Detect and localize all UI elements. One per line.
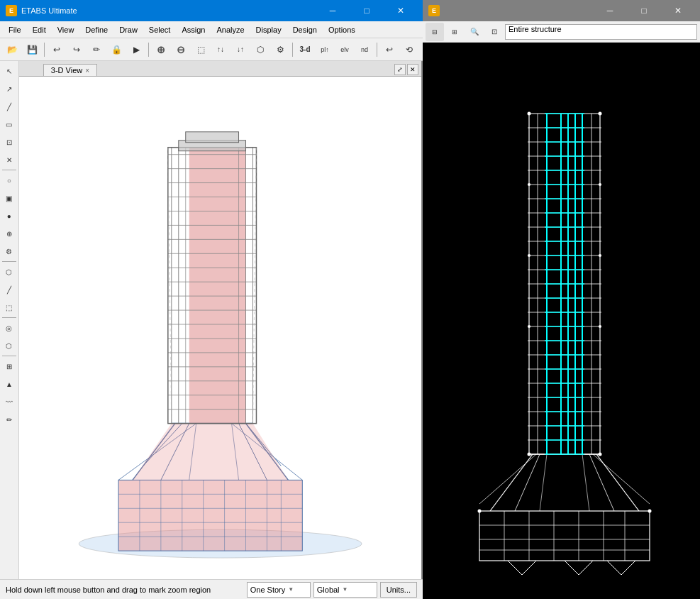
new-button[interactable]: 📂: [3, 40, 21, 59]
svg-point-146: [528, 112, 531, 116]
plus-tool[interactable]: ⊕: [1, 225, 18, 242]
refresh-button[interactable]: ↩: [380, 40, 399, 59]
svg-point-154: [528, 183, 530, 186]
structure-dark-svg: [423, 43, 700, 599]
view-close-icon[interactable]: ✕: [407, 64, 418, 75]
coord-label: Global: [317, 586, 340, 594]
canvas-3d[interactable]: [19, 77, 421, 579]
app-title: ETABS Ultimate: [21, 6, 77, 15]
es-btn2[interactable]: ⊞: [445, 23, 464, 41]
svg-point-144: [528, 453, 531, 456]
second-maximize-button[interactable]: □: [628, 0, 660, 21]
svg-point-152: [528, 254, 530, 257]
redo-button[interactable]: ↪: [67, 40, 86, 59]
svg-point-150: [528, 325, 530, 328]
status-message: Hold down left mouse button and drag to …: [6, 586, 244, 594]
menu-design[interactable]: Design: [287, 21, 323, 38]
menu-assign[interactable]: Assign: [176, 21, 211, 38]
entire-structure-input[interactable]: Entire structure: [505, 24, 697, 40]
view-3d-tab-label: 3-D View: [51, 66, 82, 75]
story-dropdown[interactable]: One Story ▼: [247, 582, 311, 598]
main-toolbar: 📂 💾 ↩ ↪ ✏ 🔒 ▶ ⊕ ⊖ ⬚ ↑↓ ↓↑ ⬡ ⚙ 3-d pl↑ el…: [0, 38, 423, 61]
menu-bar: File Edit View Define Draw Select Assign…: [0, 21, 423, 38]
title-bar: E ETABS Ultimate ─ □ ✕: [0, 0, 423, 21]
lock-button[interactable]: 🔒: [107, 40, 126, 59]
menu-file[interactable]: File: [3, 21, 27, 38]
settings-button[interactable]: ⚙: [271, 40, 289, 59]
close-button[interactable]: ✕: [384, 0, 417, 21]
triangle-tool[interactable]: ▲: [1, 375, 18, 392]
area-tool[interactable]: ⊡: [1, 133, 18, 150]
view-3d-close[interactable]: ×: [85, 67, 89, 75]
wave-tool[interactable]: 〰: [1, 393, 18, 410]
rect-tool[interactable]: ▭: [1, 116, 18, 133]
svg-point-151: [599, 325, 601, 328]
status-bar: Hold down left mouse button and drag to …: [0, 579, 423, 599]
svg-rect-56: [186, 132, 239, 143]
menu-draw[interactable]: Draw: [113, 21, 143, 38]
menu-options[interactable]: Options: [323, 21, 361, 38]
view-3d-tab[interactable]: 3-D View ×: [43, 64, 97, 76]
svg-point-145: [599, 453, 602, 456]
coord-dropdown-arrow: ▼: [343, 586, 348, 593]
zoom-out2-button[interactable]: ↓↑: [231, 40, 250, 59]
select-tool[interactable]: ↖: [1, 62, 18, 79]
pencil-tool[interactable]: ✏: [1, 411, 18, 428]
svg-rect-27: [189, 148, 246, 424]
second-minimize-button[interactable]: ─: [594, 0, 626, 21]
zoom-out-button[interactable]: ⊖: [172, 40, 190, 59]
3d-view-button[interactable]: 3-d: [296, 40, 314, 59]
pointer-tool[interactable]: ↗: [1, 80, 18, 97]
undo-button[interactable]: ↩: [48, 40, 66, 59]
save-button[interactable]: 💾: [23, 40, 41, 59]
settings-tool[interactable]: ⚙: [1, 243, 18, 260]
menu-edit[interactable]: Edit: [27, 21, 52, 38]
entire-structure-label: Entire structure: [509, 25, 562, 33]
units-button[interactable]: Units...: [380, 582, 417, 598]
menu-display[interactable]: Display: [250, 21, 287, 38]
cross-tool[interactable]: ✕: [1, 151, 18, 168]
nd-button[interactable]: nd: [355, 40, 374, 59]
minimize-button[interactable]: ─: [316, 0, 349, 21]
es-btn1[interactable]: ⊟: [426, 23, 444, 41]
pan-button[interactable]: ⬡: [251, 40, 270, 59]
view-3d-panel: 3-D View × ⤢ ✕: [19, 61, 423, 579]
second-close-button[interactable]: ✕: [662, 0, 694, 21]
zoom-in-button[interactable]: ⊕: [152, 40, 170, 59]
table-tool[interactable]: ⊞: [1, 358, 18, 375]
circle-tool[interactable]: ○: [1, 172, 18, 189]
elev-view-button[interactable]: elv: [335, 40, 354, 59]
grid-tool[interactable]: ▣: [1, 189, 18, 207]
second-app-icon: E: [428, 5, 440, 16]
restore-button[interactable]: ⟲: [400, 40, 418, 59]
svg-rect-2: [118, 480, 302, 551]
coord-dropdown[interactable]: Global ▼: [313, 582, 377, 598]
circle2-tool[interactable]: ◎: [1, 319, 18, 336]
menu-select[interactable]: Select: [143, 21, 177, 38]
menu-view[interactable]: View: [52, 21, 80, 38]
structure-3d-svg: [19, 77, 421, 579]
view-expand-icon[interactable]: ⤢: [394, 64, 406, 75]
run-button[interactable]: ▶: [127, 40, 145, 59]
left-toolbar: ↖ ↗ ╱ ▭ ⊡ ✕ ○ ▣ ● ⊕ ⚙ ⬡ ╱ ⬚ ◎ ⬡ ⊞ ▲ 〰 ✏: [0, 61, 19, 579]
zoom-fit-button[interactable]: ↑↓: [211, 40, 230, 59]
hex-tool[interactable]: ⬡: [1, 263, 18, 280]
dark-view-canvas[interactable]: [423, 43, 700, 599]
es-btn4[interactable]: ⊡: [485, 23, 504, 41]
maximize-button[interactable]: □: [350, 0, 383, 21]
diag-tool[interactable]: ╱: [1, 281, 18, 298]
hex2-tool[interactable]: ⬡: [1, 337, 18, 354]
dot-tool[interactable]: ●: [1, 207, 18, 224]
es-btn3[interactable]: 🔍: [465, 23, 484, 41]
draw-button[interactable]: ✏: [87, 40, 106, 59]
app-icon: E: [6, 5, 17, 16]
svg-point-147: [599, 112, 602, 116]
zoom-region-button[interactable]: ⬚: [191, 40, 210, 59]
box-tool[interactable]: ⬚: [1, 299, 18, 316]
menu-define[interactable]: Define: [79, 21, 113, 38]
menu-analyze[interactable]: Analyze: [211, 21, 250, 38]
plan-view-button[interactable]: pl↑: [316, 40, 334, 59]
second-title-bar: E ─ □ ✕: [423, 0, 700, 21]
svg-point-148: [478, 510, 482, 513]
line-tool[interactable]: ╱: [1, 98, 18, 115]
